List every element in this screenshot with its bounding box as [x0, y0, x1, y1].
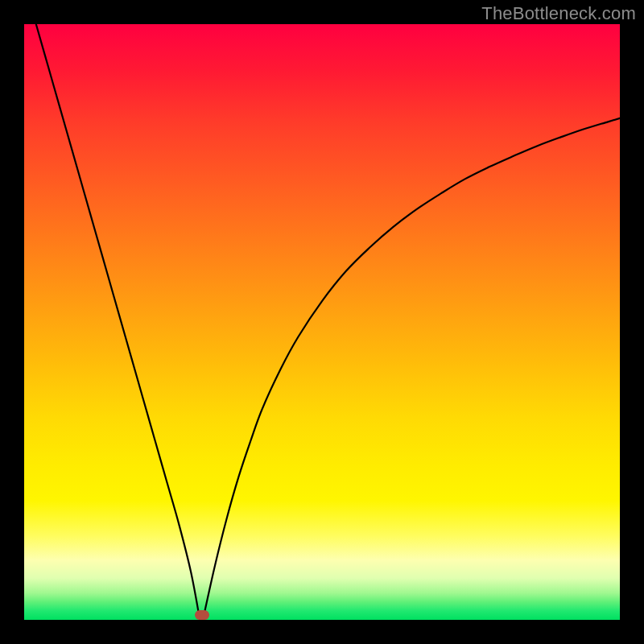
plot-area [24, 24, 620, 620]
minimum-marker [195, 610, 209, 620]
curve-left [36, 24, 200, 620]
curve-svg [24, 24, 620, 620]
watermark-text: TheBottleneck.com [481, 3, 636, 24]
curve-right [203, 118, 620, 620]
chart-frame: TheBottleneck.com [0, 0, 644, 644]
